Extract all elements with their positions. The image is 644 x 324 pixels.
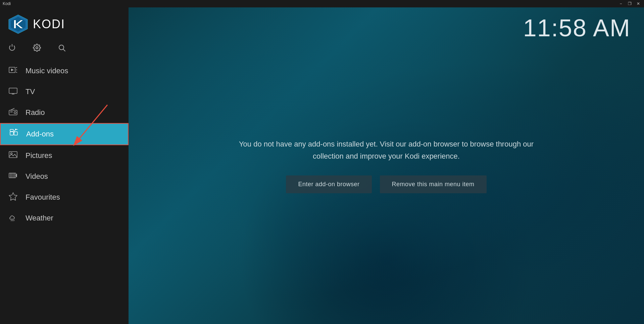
sidebar-nav: Music videos TV (0, 60, 129, 229)
svg-rect-12 (9, 88, 17, 93)
pictures-icon (8, 150, 18, 161)
close-button[interactable]: ✕ (635, 1, 641, 7)
sidebar-item-weather[interactable]: Weather (0, 208, 129, 229)
kodi-logo-icon (8, 14, 28, 34)
svg-point-16 (14, 112, 16, 114)
sidebar-item-videos-label: Videos (26, 172, 48, 181)
remove-menu-item-button[interactable]: Remove this main menu item (380, 175, 487, 193)
logo-area: KODI (0, 7, 129, 41)
svg-marker-8 (11, 69, 14, 71)
tv-icon (8, 86, 18, 97)
time-display: 11:58 AM (523, 14, 631, 42)
sidebar-item-music-videos[interactable]: Music videos (0, 60, 129, 81)
videos-icon (8, 171, 18, 182)
sidebar-item-favourites-label: Favourites (26, 193, 60, 202)
sidebar-item-add-ons-label: Add-ons (26, 130, 54, 138)
sidebar-item-pictures-label: Pictures (26, 151, 52, 160)
power-icon[interactable] (8, 44, 16, 54)
add-ons-icon (9, 128, 19, 140)
message-box: You do not have any add-ons installed ye… (235, 138, 537, 193)
action-buttons: Enter add-on browser Remove this main me… (235, 175, 537, 193)
title-bar: Kodi − ❐ ✕ (0, 0, 644, 7)
svg-point-4 (36, 47, 38, 49)
restore-button[interactable]: ❐ (627, 1, 633, 7)
enter-addon-browser-button[interactable]: Enter add-on browser (286, 175, 371, 193)
svg-rect-21 (10, 129, 13, 131)
kodi-wordmark: KODI (33, 17, 65, 31)
sidebar-item-favourites[interactable]: Favourites (0, 187, 129, 208)
svg-line-32 (11, 220, 11, 221)
sidebar-item-add-ons[interactable]: Add-ons (0, 123, 129, 145)
window-controls: − ❐ ✕ (618, 1, 641, 7)
radio-icon (8, 107, 18, 118)
svg-marker-31 (9, 193, 17, 200)
sidebar-item-videos[interactable]: Videos (0, 166, 129, 187)
main-container: KODI (0, 7, 644, 324)
settings-icon[interactable] (33, 44, 41, 54)
favourites-icon (8, 192, 18, 203)
svg-line-9 (16, 67, 17, 68)
search-icon[interactable] (58, 44, 66, 54)
svg-point-22 (15, 129, 16, 130)
svg-line-34 (14, 220, 14, 221)
svg-line-18 (10, 108, 14, 110)
sidebar-item-weather-label: Weather (26, 214, 53, 222)
sidebar: KODI (0, 7, 129, 324)
minimize-button[interactable]: − (618, 1, 624, 7)
svg-line-11 (16, 72, 17, 73)
content-area: 11:58 AM You do not have any add-ons ins… (129, 7, 644, 324)
svg-line-6 (63, 49, 65, 51)
top-icon-bar (0, 41, 129, 60)
svg-rect-25 (9, 173, 16, 178)
svg-rect-20 (14, 132, 17, 135)
svg-rect-2 (14, 20, 16, 28)
svg-rect-23 (9, 152, 17, 158)
svg-rect-19 (10, 132, 13, 135)
no-addons-message: You do not have any add-ons installed ye… (235, 138, 537, 162)
music-videos-icon (8, 65, 18, 77)
sidebar-item-tv[interactable]: TV (0, 81, 129, 102)
weather-icon (8, 212, 18, 224)
svg-line-33 (12, 220, 13, 221)
app-title: Kodi (3, 1, 11, 6)
sidebar-item-radio-label: Radio (26, 108, 45, 117)
svg-rect-17 (10, 112, 13, 112)
sidebar-item-music-videos-label: Music videos (26, 67, 68, 75)
sidebar-item-tv-label: TV (26, 87, 35, 96)
sidebar-item-radio[interactable]: Radio (0, 102, 129, 123)
sidebar-item-pictures[interactable]: Pictures (0, 145, 129, 166)
